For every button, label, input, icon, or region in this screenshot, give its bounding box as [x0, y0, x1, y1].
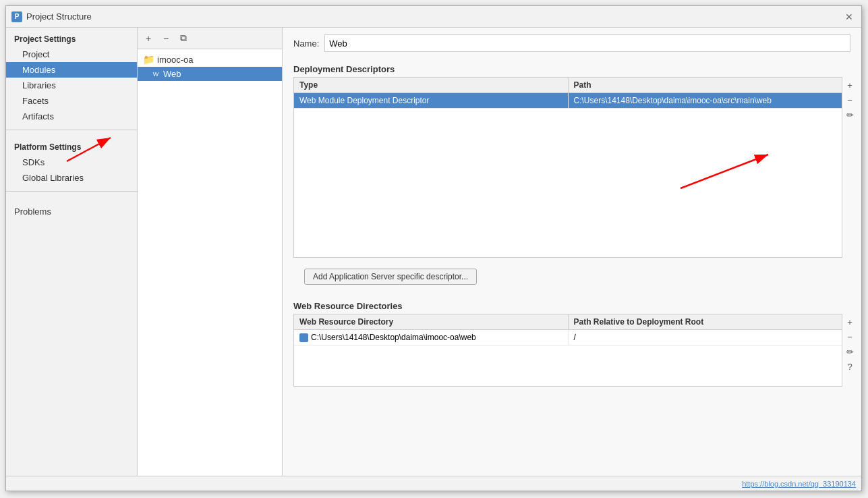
deployment-table-row[interactable]: Web Module Deployment Descriptor C:\User… [294, 93, 842, 109]
title-bar-left: P Project Structure [11, 11, 92, 22]
web-resource-table-row[interactable]: C:\Users\14148\Desktop\daima\imooc-oa\we… [294, 330, 842, 345]
tree-toolbar: + − ⧉ [138, 28, 282, 49]
deployment-cell-type: Web Module Deployment Descriptor [294, 93, 569, 108]
tree-panel: + − ⧉ 📁 imooc-oa W Web [138, 28, 283, 476]
bottom-bar: https://blog.csdn.net/qq_33190134 [6, 476, 861, 491]
add-server-button[interactable]: Add Application Server specific descript… [304, 269, 477, 285]
tree-content: 📁 imooc-oa W Web [138, 49, 282, 476]
project-settings-header: Project Settings [6, 28, 137, 47]
title-bar: P Project Structure ✕ [6, 6, 861, 28]
sidebar-item-global-libraries[interactable]: Global Libraries [6, 170, 137, 186]
name-input[interactable] [324, 34, 850, 52]
sidebar-divider-2 [6, 191, 137, 192]
dialog-title: Project Structure [26, 11, 92, 22]
tree-node-web[interactable]: W Web [138, 67, 282, 81]
name-row: Name: [283, 28, 861, 59]
deployment-table: Type Path Web Module Deployment Descript… [293, 77, 842, 258]
deployment-table-header: Type Path [294, 78, 842, 93]
problems-section: Problems [6, 197, 137, 226]
web-res-remove-button[interactable]: − [843, 330, 857, 343]
web-res-cell-dir: C:\Users\14148\Desktop\daima\imooc-oa\we… [294, 330, 569, 345]
web-res-help-button[interactable]: ? [843, 360, 857, 373]
sidebar-item-sdks[interactable]: SDKs [6, 155, 137, 170]
sidebar-item-modules[interactable]: Modules [6, 62, 137, 78]
web-res-add-button[interactable]: + [843, 315, 857, 329]
add-server-row: Add Application Server specific descript… [283, 258, 861, 296]
project-structure-dialog: P Project Structure ✕ Project Settings P… [5, 5, 862, 491]
deployment-table-empty [294, 109, 842, 257]
deployment-col-path: Path [569, 78, 842, 92]
sidebar-item-facets[interactable]: Facets [6, 93, 137, 109]
tree-copy-button[interactable]: ⧉ [175, 30, 192, 47]
deployment-section-title: Deployment Descriptors [283, 59, 861, 77]
web-res-col-path: Path Relative to Deployment Root [569, 314, 842, 329]
tree-node-label: imooc-oa [157, 55, 193, 65]
platform-settings-header: Platform Settings [6, 136, 137, 155]
web-res-table-empty [294, 345, 842, 386]
name-label: Name: [293, 38, 319, 49]
tree-node-web-label: Web [163, 69, 181, 79]
web-res-edit-button[interactable]: ✏ [843, 345, 857, 358]
web-res-side-buttons: + − ✏ ? [841, 314, 859, 375]
sidebar-item-libraries[interactable]: Libraries [6, 78, 137, 93]
bottom-url: https://blog.csdn.net/qq_33190134 [742, 480, 856, 488]
deployment-add-button[interactable]: + [843, 78, 857, 92]
web-resource-section-title: Web Resource Directories [283, 296, 861, 314]
sidebar-divider [6, 130, 137, 130]
web-module-icon: W [151, 70, 161, 79]
content-area: Project Settings Project Modules Librari… [6, 28, 861, 476]
close-button[interactable]: ✕ [842, 10, 856, 24]
deployment-edit-button[interactable]: ✏ [843, 108, 857, 121]
tree-add-button[interactable]: + [140, 30, 156, 47]
deployment-col-type: Type [294, 78, 569, 92]
web-folder-icon [299, 333, 308, 342]
web-res-col-dir: Web Resource Directory [294, 314, 569, 329]
deployment-remove-button[interactable]: − [843, 93, 857, 107]
web-res-cell-path: / [569, 330, 842, 345]
sidebar-item-problems[interactable]: Problems [14, 204, 129, 219]
deployment-side-buttons: + − ✏ [841, 77, 859, 123]
tree-node-imooc-oa[interactable]: 📁 imooc-oa [138, 52, 282, 67]
tree-remove-button[interactable]: − [158, 30, 174, 47]
deployment-cell-path: C:\Users\14148\Desktop\daima\imooc-oa\sr… [569, 93, 842, 108]
sidebar-item-artifacts[interactable]: Artifacts [6, 109, 137, 124]
sidebar-item-project[interactable]: Project [6, 47, 137, 62]
sidebar: Project Settings Project Modules Librari… [6, 28, 138, 476]
app-icon: P [11, 11, 22, 22]
main-panel: Name: Deployment Descriptors Type Path W… [283, 28, 861, 476]
web-resource-table: Web Resource Directory Path Relative to … [293, 314, 842, 387]
web-resource-table-header: Web Resource Directory Path Relative to … [294, 314, 842, 330]
folder-icon: 📁 [143, 54, 154, 65]
